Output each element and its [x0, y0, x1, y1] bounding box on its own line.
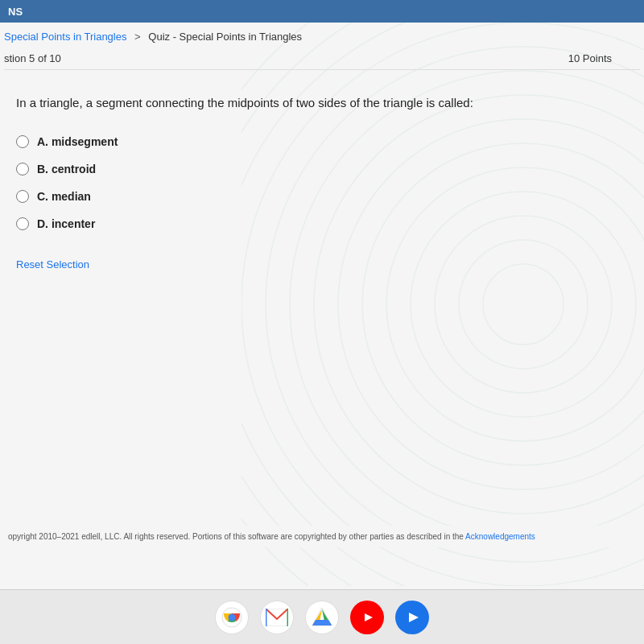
youtube-svg	[355, 609, 379, 626]
radio-d[interactable]	[16, 217, 29, 230]
youtube-icon[interactable]	[350, 601, 384, 634]
drive-svg	[311, 606, 333, 629]
breadcrumb: Special Points in Triangles > Quiz - Spe…	[0, 23, 644, 47]
footer: opyright 2010–2021 edlell, LLC. All righ…	[0, 526, 644, 547]
label-a[interactable]: A. midsegment	[37, 135, 118, 148]
breadcrumb-separator: >	[134, 31, 141, 43]
top-bar: NS	[0, 0, 644, 23]
radio-a[interactable]	[16, 135, 29, 148]
breadcrumb-link[interactable]: Special Points in Triangles	[4, 31, 126, 43]
drive-icon[interactable]	[305, 601, 339, 634]
footer-text: opyright 2010–2021 edlell, LLC. All righ…	[8, 532, 465, 541]
gmail-svg	[266, 609, 288, 626]
svg-point-16	[229, 613, 236, 621]
svg-marker-23	[312, 620, 332, 625]
question-number: stion 5 of 10	[4, 52, 61, 64]
answer-options: A. midsegment B. centroid C. median D. i…	[16, 135, 628, 230]
radio-b[interactable]	[16, 163, 29, 175]
chrome-icon[interactable]	[215, 601, 249, 634]
answer-option-a[interactable]: A. midsegment	[16, 135, 628, 148]
reset-selection-link[interactable]: Reset Selection	[16, 258, 89, 270]
footer-acknowledgements-link[interactable]: Acknowledgements	[465, 532, 535, 541]
question-body: In a triangle, a segment connecting the …	[0, 70, 644, 287]
chrome-svg	[221, 607, 242, 628]
answer-option-b[interactable]: B. centroid	[16, 163, 628, 175]
main-content: Special Points in Triangles > Quiz - Spe…	[0, 23, 644, 602]
play-store-icon[interactable]	[395, 601, 429, 634]
playstore-svg	[401, 606, 423, 629]
taskbar	[0, 589, 644, 644]
answer-option-d[interactable]: D. incenter	[16, 217, 628, 230]
gmail-icon[interactable]	[260, 601, 294, 634]
answer-option-c[interactable]: C. median	[16, 190, 628, 203]
top-bar-title: NS	[8, 6, 23, 18]
label-d[interactable]: D. incenter	[37, 217, 95, 230]
breadcrumb-current: Quiz - Special Points in Triangles	[148, 31, 302, 43]
question-text: In a triangle, a segment connecting the …	[16, 94, 580, 113]
label-c[interactable]: C. median	[37, 190, 91, 203]
label-b[interactable]: B. centroid	[37, 163, 96, 175]
radio-c[interactable]	[16, 190, 29, 203]
question-points: 10 Points	[568, 52, 612, 64]
question-header: stion 5 of 10 10 Points	[0, 47, 644, 69]
